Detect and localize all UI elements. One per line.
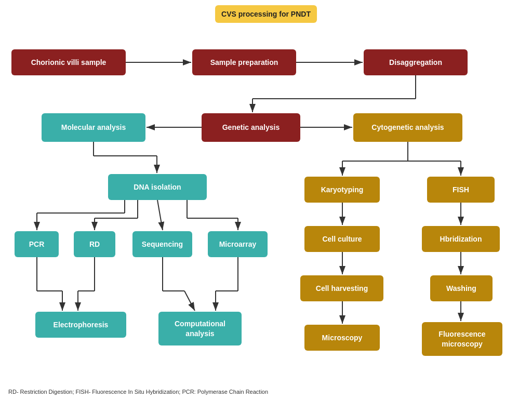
cell-harvesting-box: Cell harvesting [300, 275, 383, 301]
diagram-container: CVS processing for PNDT Chorionic villi … [0, 0, 532, 399]
dna-isolation-box: DNA isolation [108, 174, 207, 200]
molecular-box: Molecular analysis [42, 113, 145, 142]
cell-culture-box: Cell culture [304, 226, 380, 252]
sample-prep-box: Sample preparation [192, 49, 296, 75]
hbridization-box: Hbridization [422, 226, 500, 252]
pcr-box: PCR [15, 231, 59, 257]
chorionic-box: Chorionic villi sample [11, 49, 126, 75]
fish-box: FISH [427, 177, 495, 203]
electrophoresis-box: Electrophoresis [35, 312, 126, 338]
title-text: CVS processing for PNDT [221, 9, 311, 19]
microarray-box: Microarray [208, 231, 268, 257]
washing-box: Washing [430, 275, 493, 301]
genetic-box: Genetic analysis [202, 113, 300, 142]
title-box: CVS processing for PNDT [215, 5, 317, 23]
sequencing-box: Sequencing [132, 231, 192, 257]
disaggregation-box: Disaggregation [364, 49, 468, 75]
rd-box: RD [74, 231, 115, 257]
svg-line-29 [184, 291, 195, 311]
microscopy-box: Microscopy [304, 325, 380, 351]
karyotyping-box: Karyotyping [304, 177, 380, 203]
fluorescence-box: Fluorescence microscopy [422, 322, 502, 356]
cytogenetic-box: Cytogenetic analysis [353, 113, 462, 142]
svg-line-17 [157, 200, 163, 230]
computational-box: Computational analysis [158, 312, 242, 345]
footnote: RD- Restriction Digestion; FISH- Fluores… [8, 389, 268, 395]
